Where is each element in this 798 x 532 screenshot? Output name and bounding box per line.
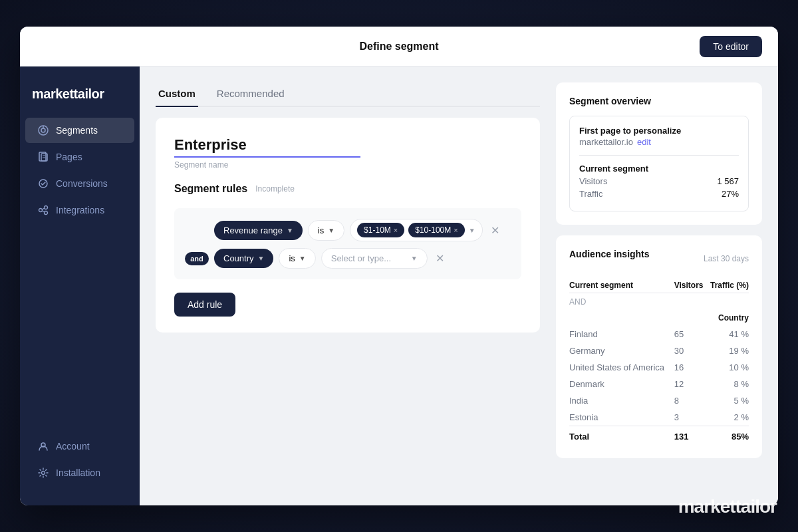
- account-icon: [37, 440, 49, 452]
- svg-point-14: [42, 471, 45, 475]
- main-content: Custom Recommended Segment name Segment …: [140, 66, 778, 505]
- rules-container: Revenue range ▼ is ▼ $1-10M ×: [174, 208, 521, 279]
- rule2-field-chevron: ▼: [258, 255, 265, 262]
- sidebar-segments-label: Segments: [56, 125, 98, 136]
- total-visitors: 131: [674, 426, 706, 446]
- sidebar-item-installation[interactable]: Installation: [25, 460, 134, 485]
- audience-header: Audience insights Last 30 days: [569, 249, 749, 269]
- installation-icon: [37, 467, 49, 479]
- country-estonia: Estonia: [569, 409, 674, 426]
- rule2-operator-chevron: ▼: [299, 255, 306, 262]
- rule2-remove-button[interactable]: ✕: [433, 251, 447, 266]
- rule2-value-placeholder: Select or type...: [331, 253, 391, 263]
- sidebar-item-segments[interactable]: Segments: [25, 118, 134, 143]
- traffic-estonia: 2 %: [706, 409, 749, 426]
- and-badge: and: [185, 252, 209, 265]
- country-india: India: [569, 392, 674, 409]
- country-germany: Germany: [569, 342, 674, 359]
- segments-icon: [37, 124, 49, 136]
- sidebar-conversions-label: Conversions: [56, 178, 108, 189]
- sidebar-integrations-label: Integrations: [56, 205, 104, 215]
- rule1-field-select[interactable]: Revenue range ▼: [214, 221, 303, 240]
- rule1-tag-1[interactable]: $1-10M ×: [357, 223, 404, 237]
- rule1-operator-chevron: ▼: [328, 227, 334, 234]
- table-row: Germany 30 19 %: [569, 342, 749, 359]
- segment-rules-header: Segment rules Incomplete: [174, 183, 521, 195]
- traffic-row: Traffic 27%: [579, 189, 739, 199]
- rule1-tag-2-remove[interactable]: ×: [454, 226, 458, 234]
- edit-link[interactable]: edit: [637, 137, 651, 147]
- visitors-row: Visitors 1 567: [579, 176, 739, 186]
- sidebar-item-conversions[interactable]: Conversions: [25, 171, 134, 196]
- watermark: markettailor: [678, 496, 777, 517]
- traffic-germany: 19 %: [706, 342, 749, 359]
- add-rule-button[interactable]: Add rule: [174, 293, 235, 317]
- sidebar-bottom: Account Installation: [20, 434, 140, 492]
- visitors-finland: 65: [674, 326, 706, 342]
- rule2-field-select[interactable]: Country ▼: [214, 249, 273, 268]
- rule2-value-select[interactable]: Select or type... ▼: [321, 248, 428, 269]
- incomplete-badge: Incomplete: [255, 184, 295, 194]
- segment-name-input[interactable]: [174, 136, 360, 158]
- rule-row-2: and Country ▼ is ▼ Select or type...: [185, 248, 511, 269]
- visitors-label: Visitors: [579, 176, 607, 186]
- segment-form: Segment name Segment rules Incomplete: [156, 118, 540, 332]
- header-title: Define segment: [359, 41, 438, 53]
- sidebar-nav: Segments Pages: [20, 118, 140, 434]
- traffic-india: 5 %: [706, 392, 749, 409]
- rule1-remove-button[interactable]: ✕: [488, 223, 502, 238]
- rule2-value-chevron: ▼: [411, 255, 418, 262]
- visitors-value: 1 567: [717, 176, 739, 186]
- rule1-field-label: Revenue range: [223, 225, 283, 235]
- integrations-icon: [37, 204, 49, 216]
- main-layout: markettailor Segments: [20, 66, 778, 505]
- logo-text: markettailor: [32, 86, 104, 101]
- to-editor-button[interactable]: To editor: [700, 36, 762, 57]
- sidebar-item-integrations[interactable]: Integrations: [25, 198, 134, 223]
- first-page-value: markettailor.io edit: [579, 137, 739, 147]
- rule1-tag-1-remove[interactable]: ×: [394, 226, 398, 234]
- col-visitors: Visitors: [674, 278, 706, 293]
- tab-recommended[interactable]: Recommended: [214, 82, 287, 107]
- audience-title: Audience insights: [569, 249, 650, 259]
- rule1-tag-2[interactable]: $10-100M ×: [408, 223, 464, 237]
- segment-overview-title: Segment overview: [569, 96, 749, 106]
- sidebar-item-pages[interactable]: Pages: [25, 144, 134, 170]
- svg-line-12: [42, 211, 45, 212]
- content-left: Custom Recommended Segment name Segment …: [156, 82, 540, 489]
- traffic-value: 27%: [722, 189, 739, 199]
- traffic-usa: 10 %: [706, 359, 749, 376]
- country-denmark: Denmark: [569, 376, 674, 392]
- svg-point-8: [39, 209, 43, 212]
- col-segment: Current segment: [569, 278, 674, 293]
- segment-overview-panel: Segment overview First page to personali…: [556, 82, 762, 225]
- rule2-operator-select[interactable]: is ▼: [279, 248, 315, 269]
- current-segment-label: Current segment: [579, 164, 739, 174]
- visitors-india: 8: [674, 392, 706, 409]
- segment-name-label: Segment name: [174, 160, 521, 170]
- audience-period: Last 30 days: [704, 254, 749, 263]
- table-row: Finland 65 41 %: [569, 326, 749, 342]
- tab-bar: Custom Recommended: [156, 82, 540, 107]
- rule1-field-chevron: ▼: [287, 227, 293, 234]
- current-segment-row: Current segment: [579, 164, 739, 174]
- segment-name-section: Segment name: [174, 136, 521, 170]
- tab-custom[interactable]: Custom: [156, 82, 198, 107]
- sidebar-installation-label: Installation: [56, 467, 100, 478]
- traffic-denmark: 8 %: [706, 376, 749, 392]
- table-row: Estonia 3 2 %: [569, 409, 749, 426]
- sidebar-logo: markettailor: [20, 80, 140, 118]
- rule2-field-label: Country: [223, 253, 254, 263]
- visitors-usa: 16: [674, 359, 706, 376]
- svg-point-1: [41, 128, 45, 132]
- and-label-row: AND: [569, 293, 674, 311]
- rule1-operator-select[interactable]: is ▼: [308, 220, 344, 241]
- sidebar-item-account[interactable]: Account: [25, 434, 134, 459]
- rule1-value-chevron: ▼: [469, 227, 475, 234]
- traffic-finland: 41 %: [706, 326, 749, 342]
- visitors-denmark: 12: [674, 376, 706, 392]
- first-page-label: First page to personalize: [579, 126, 739, 136]
- conversions-icon: [37, 178, 49, 190]
- insights-table: Current segment Visitors Traffic (%) AND: [569, 278, 749, 445]
- country-usa: United States of America: [569, 359, 674, 376]
